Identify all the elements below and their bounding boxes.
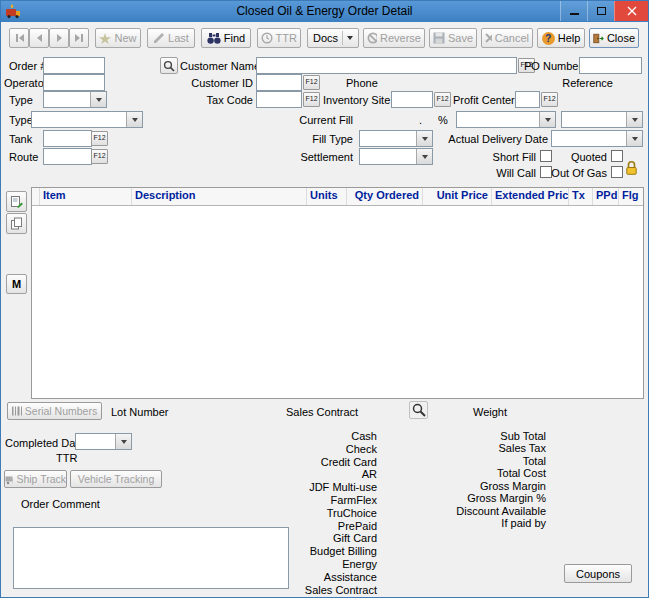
- operator-input[interactable]: [43, 74, 105, 91]
- inventory-site-input[interactable]: [391, 91, 433, 108]
- total-label-total-cost: Total Cost: [449, 467, 546, 479]
- order-lines-grid[interactable]: Item Description Units Qty Ordered Unit …: [31, 187, 644, 399]
- order-detail-window: Closed Oil & Energy Order Detail New Las…: [0, 0, 649, 598]
- total-label-sales-tax: Sales Tax: [449, 442, 546, 454]
- serial-numbers-label: Serial Numbers: [25, 405, 97, 417]
- grid-notes-button[interactable]: [6, 191, 27, 212]
- type-select[interactable]: [43, 91, 107, 108]
- grid-m-button[interactable]: M: [6, 274, 27, 294]
- last-record-icon: [74, 33, 85, 43]
- payment-label-check: Check: [287, 443, 377, 456]
- fill-type-select[interactable]: [359, 130, 433, 147]
- chevron-down-icon[interactable]: [626, 112, 642, 127]
- fill-option-2-select[interactable]: [561, 111, 643, 128]
- chevron-down-icon[interactable]: [416, 149, 432, 164]
- ttr-button-label: TTR: [276, 32, 297, 44]
- tank-f12-button[interactable]: F12: [91, 131, 108, 146]
- sales-contract-lookup-button[interactable]: [409, 401, 428, 419]
- new-button: New: [95, 28, 141, 48]
- column-item: Item: [40, 188, 132, 205]
- copy-icon: [10, 217, 23, 230]
- out-of-gas-label: Out Of Gas: [549, 167, 607, 179]
- column-flg: Flg: [619, 188, 645, 205]
- coupons-button[interactable]: Coupons: [564, 564, 632, 583]
- route-input[interactable]: [43, 148, 92, 165]
- settlement-label: Settlement: [284, 151, 353, 163]
- order-comment-input[interactable]: [13, 527, 289, 589]
- settlement-select[interactable]: [359, 148, 433, 165]
- find-icon: [207, 32, 221, 45]
- find-button-label: Find: [224, 32, 245, 44]
- route-f12-button[interactable]: F12: [91, 149, 108, 164]
- prev-record-icon: [34, 33, 45, 43]
- save-button: Save: [429, 28, 477, 48]
- last-icon: [153, 32, 165, 44]
- total-label-discount-available: Discount Available: [449, 505, 546, 517]
- total-label-if-paid-by: If paid by: [449, 517, 546, 529]
- minimize-button[interactable]: [560, 1, 587, 21]
- payment-label-prepaid: PrePaid: [287, 520, 377, 533]
- notes-icon: [10, 195, 23, 208]
- new-icon: [99, 33, 111, 44]
- close-button-label: Close: [607, 32, 635, 44]
- tax-code-input[interactable]: [256, 91, 302, 108]
- help-button[interactable]: ? Help: [537, 28, 585, 48]
- chevron-down-icon[interactable]: [416, 131, 432, 146]
- out-of-gas-checkbox[interactable]: [611, 166, 623, 178]
- grid-header-row: Item Description Units Qty Ordered Unit …: [32, 188, 643, 206]
- order-type-label: Type: [9, 114, 33, 126]
- docs-button[interactable]: Docs: [307, 28, 359, 48]
- quoted-checkbox[interactable]: [611, 150, 623, 162]
- docs-divider: [342, 31, 343, 45]
- first-record-icon: [14, 33, 25, 43]
- payment-label-gift-card: Gift Card: [287, 532, 377, 545]
- payment-label-cash: Cash: [287, 430, 377, 443]
- order-number-input[interactable]: [43, 57, 105, 74]
- grid-copy-button[interactable]: [6, 213, 27, 234]
- vehicle-tracking-label: Vehicle Tracking: [78, 473, 154, 485]
- order-type-select[interactable]: [31, 111, 143, 128]
- close-window-button[interactable]: [614, 1, 648, 21]
- column-units: Units: [307, 188, 347, 205]
- customer-name-input[interactable]: [256, 57, 517, 74]
- po-number-input[interactable]: [579, 57, 642, 74]
- fill-option-select[interactable]: [456, 111, 556, 128]
- close-icon: [627, 6, 637, 16]
- ttr-icon: [261, 32, 273, 44]
- reverse-button: Reverse: [363, 28, 425, 48]
- find-button[interactable]: Find: [201, 28, 251, 48]
- completed-date-select[interactable]: [75, 433, 132, 450]
- window-title: Closed Oil & Energy Order Detail: [1, 4, 648, 18]
- docs-button-label: Docs: [313, 32, 338, 44]
- actual-delivery-date-select[interactable]: [551, 130, 643, 147]
- customer-name-label: Customer Name: [180, 60, 260, 72]
- barcode-icon: [12, 406, 22, 416]
- actual-delivery-date-label: Actual Delivery Date: [448, 133, 548, 145]
- profit-center-input[interactable]: [515, 91, 540, 108]
- sales-contract-label: Sales Contract: [286, 406, 358, 418]
- ship-track-button: Ship Track: [4, 470, 67, 488]
- tank-input[interactable]: [43, 130, 92, 147]
- customer-id-f12-button[interactable]: F12: [303, 75, 320, 90]
- payment-label-sales-contract: Sales Contract: [287, 584, 377, 597]
- inventory-site-f12-button[interactable]: F12: [434, 92, 451, 107]
- tax-code-f12-button[interactable]: F12: [303, 92, 320, 107]
- profit-center-f12-button[interactable]: F12: [541, 92, 558, 107]
- close-button[interactable]: Close: [589, 28, 639, 48]
- maximize-button[interactable]: [587, 1, 614, 21]
- chevron-down-icon[interactable]: [90, 92, 106, 107]
- customer-lookup-button[interactable]: [160, 57, 178, 74]
- reverse-button-label: Reverse: [380, 32, 421, 44]
- chevron-down-icon[interactable]: [126, 112, 142, 127]
- phone-label: Phone: [346, 77, 378, 89]
- customer-id-input[interactable]: [256, 74, 302, 91]
- chevron-down-icon[interactable]: [626, 131, 642, 146]
- chevron-down-icon[interactable]: [539, 112, 555, 127]
- coupons-button-label: Coupons: [576, 568, 620, 580]
- lock-icon: [624, 160, 639, 180]
- reverse-icon: [367, 32, 377, 44]
- grid-body[interactable]: [32, 206, 643, 400]
- chevron-down-icon[interactable]: [115, 434, 131, 449]
- current-fill-decimal: .: [419, 114, 422, 126]
- short-fill-checkbox[interactable]: [540, 150, 552, 162]
